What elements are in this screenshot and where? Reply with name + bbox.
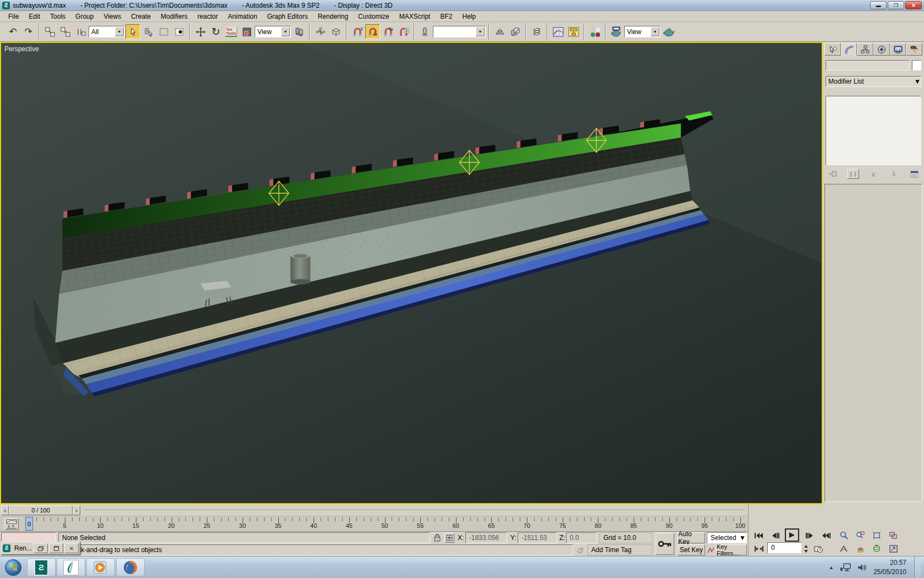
tab-create[interactable] xyxy=(824,43,841,56)
select-and-link-button[interactable] xyxy=(42,24,57,39)
restore-window-icon[interactable] xyxy=(34,543,48,553)
tab-utilities[interactable] xyxy=(906,43,922,56)
make-unique-button[interactable]: ∨ xyxy=(867,169,879,179)
object-name-field[interactable] xyxy=(826,60,910,70)
percent-snap-toggle-button[interactable]: % xyxy=(381,24,395,39)
taskbar-item-media-player[interactable] xyxy=(86,558,115,576)
menu-reactor[interactable]: reactor xyxy=(193,12,223,21)
render-scene-dialog-button[interactable] xyxy=(609,24,624,39)
previous-frame-button[interactable] xyxy=(768,530,783,541)
taskbar-clock[interactable]: 20:57 25/05/2010 xyxy=(873,558,909,576)
track-bar[interactable]: 0510152025303540455055606570758085909510… xyxy=(0,516,748,532)
selection-filter-dropdown[interactable]: All▼ xyxy=(89,26,125,37)
close-button[interactable]: ✕ xyxy=(905,1,922,9)
material-editor-button[interactable] xyxy=(587,24,602,39)
zoom-button[interactable] xyxy=(837,530,851,541)
angle-snap-toggle-button[interactable] xyxy=(365,24,380,39)
z-coordinate-field[interactable]: 0.0 xyxy=(566,532,597,543)
key-mode-toggle-button[interactable] xyxy=(752,543,766,554)
menu-help[interactable]: Help xyxy=(457,12,481,21)
menu-file[interactable]: File xyxy=(3,12,24,21)
window-crossing-toggle-button[interactable] xyxy=(172,24,186,39)
key-mode-dropdown[interactable]: Selected▼ xyxy=(707,532,747,543)
menu-graph-editors[interactable]: Graph Editors xyxy=(262,12,313,21)
select-and-rotate-button[interactable]: ↻ xyxy=(208,24,223,39)
time-slider-next-button[interactable]: › xyxy=(73,505,80,515)
schematic-view-button[interactable] xyxy=(566,24,581,39)
set-key-button[interactable]: Set Key xyxy=(678,544,705,555)
tab-motion[interactable] xyxy=(873,43,890,56)
y-coordinate-field[interactable]: -1511.53 xyxy=(518,532,557,543)
selection-lock-toggle[interactable] xyxy=(432,533,442,543)
time-slider-handle[interactable]: 0 / 100 xyxy=(9,505,73,515)
menu-animation[interactable]: Animation xyxy=(223,12,262,21)
menu-customize[interactable]: Customize xyxy=(353,12,394,21)
unlink-selection-button[interactable] xyxy=(58,24,73,39)
select-and-move-button[interactable] xyxy=(193,24,208,39)
render-type-dropdown[interactable]: View▼ xyxy=(624,26,661,37)
set-keys-button[interactable] xyxy=(656,533,674,555)
tab-modify[interactable] xyxy=(841,43,857,56)
arc-rotate-button[interactable] xyxy=(870,543,884,554)
curve-editor-button[interactable] xyxy=(551,24,565,39)
network-icon[interactable] xyxy=(839,563,851,572)
configure-modifier-sets-button[interactable] xyxy=(908,169,920,179)
zoom-extents-button[interactable] xyxy=(870,530,884,541)
select-and-scale-button[interactable] xyxy=(239,24,254,39)
add-time-tag[interactable]: Add Time Tag xyxy=(587,544,652,555)
select-object-button[interactable] xyxy=(125,24,140,39)
menu-rendering[interactable]: Rendering xyxy=(313,12,353,21)
go-to-end-button[interactable] xyxy=(819,530,833,541)
reference-coordinate-system-dropdown[interactable]: View▼ xyxy=(255,26,291,37)
menu-edit[interactable]: Edit xyxy=(24,12,45,21)
spinner-snap-toggle-button[interactable] xyxy=(396,24,411,39)
communications-icon[interactable] xyxy=(575,544,586,555)
redo-button[interactable]: ↷ xyxy=(21,24,36,39)
zoom-extents-all-button[interactable] xyxy=(886,530,900,541)
zoom-all-button[interactable] xyxy=(853,530,867,541)
hidden-icons-button[interactable]: ▲ xyxy=(829,565,834,570)
close-window-icon[interactable]: ✕ xyxy=(64,543,79,553)
perspective-viewport[interactable]: Perspective xyxy=(0,42,823,504)
modifier-stack[interactable] xyxy=(826,96,921,165)
menu-modifiers[interactable]: Modifiers xyxy=(156,12,193,21)
go-to-start-button[interactable] xyxy=(752,530,766,541)
minimize-button[interactable]: ▬ xyxy=(870,1,887,9)
start-button[interactable] xyxy=(0,557,26,578)
keyboard-shortcut-override-button[interactable] xyxy=(328,24,343,39)
viewport-label[interactable]: Perspective xyxy=(4,45,39,53)
modifier-list-dropdown[interactable]: Modifier List ▼ xyxy=(826,76,921,87)
menu-tools[interactable]: Tools xyxy=(45,12,70,21)
time-configuration-button[interactable] xyxy=(811,543,826,554)
bind-to-space-warp-button[interactable] xyxy=(73,24,88,39)
current-frame-field[interactable]: 0 xyxy=(767,542,801,553)
menu-create[interactable]: Create xyxy=(126,12,156,21)
tab-display[interactable] xyxy=(890,43,906,56)
pan-view-button[interactable] xyxy=(853,543,867,554)
textools-button[interactable]: TexTools xyxy=(224,24,239,39)
pin-stack-button[interactable] xyxy=(827,169,839,179)
absolute-mode-toggle[interactable] xyxy=(444,533,454,543)
minimized-render-window[interactable]: Ƨ Ren... ✕ xyxy=(1,542,80,555)
taskbar-item-firefox[interactable] xyxy=(116,558,145,576)
layer-manager-button[interactable] xyxy=(529,24,544,39)
use-pivot-point-center-button[interactable] xyxy=(292,24,306,39)
auto-key-button[interactable]: Auto Key xyxy=(678,532,705,543)
frame-spinner[interactable] xyxy=(802,543,809,554)
x-coordinate-field[interactable]: -1833.056 xyxy=(465,532,507,543)
menu-maxscript[interactable]: MAXScript xyxy=(394,12,436,21)
next-frame-button[interactable] xyxy=(802,530,817,541)
show-end-result-button[interactable]: ❙❙ xyxy=(847,169,859,179)
tab-hierarchy[interactable] xyxy=(857,43,873,56)
field-of-view-button[interactable] xyxy=(837,543,851,554)
undo-button[interactable]: ↶ xyxy=(6,24,20,39)
menu-bf2[interactable]: BF2 xyxy=(435,12,457,21)
rectangular-selection-region-button[interactable] xyxy=(156,24,171,39)
key-filters-button[interactable]: Key Filters... xyxy=(716,544,747,555)
menu-group[interactable]: Group xyxy=(70,12,98,21)
named-selection-sets-dropdown[interactable]: ▼ xyxy=(433,26,486,37)
volume-icon[interactable] xyxy=(857,563,868,572)
object-color-swatch[interactable] xyxy=(912,60,921,70)
snaps-toggle-button[interactable]: 3 xyxy=(350,24,365,39)
min-max-toggle-button[interactable] xyxy=(886,543,900,554)
